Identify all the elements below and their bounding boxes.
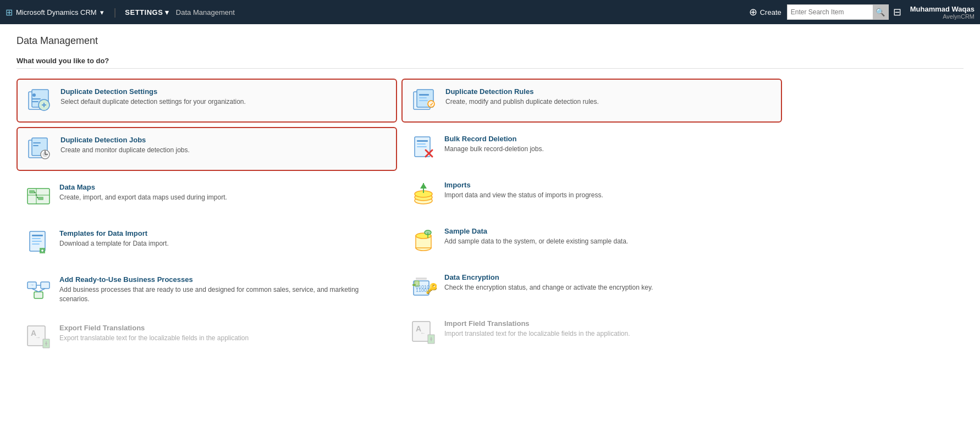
brand-logo[interactable]: ⊞ Microsoft Dynamics CRM ▾ <box>5 7 109 18</box>
item-desc-duplicate-detection-rules: Create, modify and publish duplicate det… <box>445 97 772 107</box>
item-desc-templates-data-import: Download a template for Data import. <box>59 239 388 248</box>
settings-label: SETTINGS <box>125 8 163 16</box>
menu-item-bulk-record-deletion[interactable]: Bulk Record Deletion Manage bulk record-… <box>401 127 782 169</box>
svg-rect-6 <box>32 98 41 99</box>
search-input[interactable] <box>788 8 873 16</box>
svg-rect-20 <box>38 197 43 200</box>
svg-text:→: → <box>30 282 34 287</box>
item-desc-sample-data: Add sample data to the system, or delete… <box>444 237 773 246</box>
svg-text:11001: 11001 <box>416 287 430 293</box>
search-button[interactable]: 🔍 <box>873 4 888 20</box>
item-title-data-encryption: Data Encryption <box>444 273 773 281</box>
menu-item-import-field-translations: A ← Import Field Translations Import tra… <box>401 312 782 353</box>
data_encryption-icon: 🔑 01010 11001 <box>410 273 437 300</box>
menu-item-duplicate-detection-jobs[interactable]: Duplicate Detection Jobs Create and moni… <box>16 127 397 171</box>
item-desc-import-field-translations: Import translated text for the localizab… <box>444 329 773 339</box>
svg-text:←: ← <box>420 330 426 336</box>
duplicate_rules-icon: ✓ <box>411 87 438 114</box>
svg-rect-19 <box>29 190 35 193</box>
top-navigation: ⊞ Microsoft Dynamics CRM ▾ | SETTINGS ▾ … <box>0 0 980 24</box>
item-title-bulk-record-deletion: Bulk Record Deletion <box>444 135 773 143</box>
svg-rect-47 <box>419 100 428 101</box>
item-title-duplicate-detection-settings: Duplicate Detection Settings <box>60 87 387 96</box>
svg-rect-67 <box>416 278 427 280</box>
menu-item-data-maps[interactable]: Data Maps Create, import, and export dat… <box>16 175 397 217</box>
menu-item-templates-data-import[interactable]: Templates for Data Import Download a tem… <box>16 221 397 263</box>
notifications-icon[interactable]: ⊟ <box>889 6 906 18</box>
dynamics-icon: ⊞ <box>5 7 13 18</box>
brand-name: Microsoft Dynamics CRM <box>16 8 97 16</box>
svg-rect-26 <box>32 243 40 245</box>
item-title-export-field-translations: Export Field Translations <box>59 324 388 332</box>
imports-icon <box>410 181 437 207</box>
sample_data-icon <box>410 227 437 253</box>
item-desc-duplicate-detection-jobs: Create and monitor duplicate detection j… <box>60 146 387 155</box>
item-title-import-field-translations: Import Field Translations <box>444 319 773 328</box>
settings-chevron: ▾ <box>165 8 169 16</box>
svg-text:→: → <box>35 334 41 340</box>
import_translations-icon: A ← <box>410 319 437 346</box>
svg-rect-53 <box>417 146 427 147</box>
svg-text:✓: ✓ <box>430 102 434 107</box>
svg-rect-15 <box>33 145 38 146</box>
items-grid: Duplicate Detection Settings Select defa… <box>16 76 786 360</box>
bulk_delete-icon <box>410 135 437 161</box>
user-name: Muhammad Waqas <box>910 5 975 13</box>
svg-rect-32 <box>34 292 43 298</box>
right-column: ✓ Duplicate Detection Rules Create, modi… <box>401 76 786 360</box>
svg-rect-51 <box>417 140 428 142</box>
duplicate_jobs-icon <box>26 136 53 162</box>
svg-rect-45 <box>419 94 429 96</box>
item-desc-bulk-record-deletion: Manage bulk record-deletion jobs. <box>444 145 773 154</box>
section-header: What would you like to do? <box>16 57 964 69</box>
page-content: Data Management What would you like to d… <box>0 24 980 371</box>
svg-rect-23 <box>32 235 43 236</box>
menu-item-export-field-translations: A → Export Field Translations Export tra… <box>16 316 397 358</box>
svg-rect-31 <box>41 282 49 289</box>
svg-rect-25 <box>32 241 42 242</box>
user-org: AvelynCRM <box>910 13 975 20</box>
breadcrumb: Data Management <box>174 8 235 16</box>
item-title-duplicate-detection-rules: Duplicate Detection Rules <box>445 87 772 96</box>
svg-point-5 <box>32 93 36 97</box>
user-menu[interactable]: Muhammad Waqas AvelynCRM <box>906 5 975 20</box>
brand-chevron: ▾ <box>100 8 104 16</box>
item-desc-export-field-translations: Export translatable text for the localiz… <box>59 334 388 343</box>
svg-rect-7 <box>32 101 38 102</box>
page-title: Data Management <box>16 35 964 47</box>
item-title-templates-data-import: Templates for Data Import <box>59 229 388 237</box>
nav-separator: | <box>114 7 117 18</box>
plus-icon: ⊕ <box>749 6 757 18</box>
export_translations-icon: A → <box>25 324 52 350</box>
menu-item-sample-data[interactable]: Sample Data Add sample data to the syste… <box>401 219 782 261</box>
svg-line-35 <box>38 289 45 292</box>
item-desc-add-business-processes: Add business processes that are ready to… <box>59 285 388 304</box>
menu-item-imports[interactable]: Imports Import data and view the status … <box>401 173 782 215</box>
create-label: Create <box>760 8 781 16</box>
menu-item-duplicate-detection-settings[interactable]: Duplicate Detection Settings Select defa… <box>16 79 397 123</box>
svg-rect-24 <box>32 238 41 239</box>
menu-item-data-encryption[interactable]: 🔑 01010 11001 Data Encryption Check the … <box>401 265 782 307</box>
svg-line-34 <box>32 289 38 292</box>
item-title-add-business-processes: Add Ready-to-Use Business Processes <box>59 275 388 284</box>
svg-rect-46 <box>419 97 427 98</box>
item-desc-data-encryption: Check the encryption status, and change … <box>444 283 773 292</box>
item-desc-duplicate-detection-settings: Select default duplicate detection setti… <box>60 97 387 107</box>
duplicate_settings-icon <box>26 87 53 114</box>
menu-item-add-business-processes[interactable]: → Add Ready-to-Use Business Processes Ad… <box>16 268 397 312</box>
item-desc-data-maps: Create, import, and export data maps use… <box>59 193 388 202</box>
menu-item-duplicate-detection-rules[interactable]: ✓ Duplicate Detection Rules Create, modi… <box>401 79 782 123</box>
svg-rect-52 <box>417 143 426 145</box>
data_maps-icon <box>25 183 52 209</box>
left-column: Duplicate Detection Settings Select defa… <box>16 76 401 360</box>
item-title-imports: Imports <box>444 181 773 189</box>
item-title-sample-data: Sample Data <box>444 227 773 235</box>
create-button[interactable]: ⊕ Create <box>744 6 787 18</box>
svg-rect-14 <box>33 142 41 143</box>
item-desc-imports: Import data and view the status of impor… <box>444 191 773 200</box>
search-box[interactable]: 🔍 <box>787 4 889 20</box>
business_processes-icon: → <box>25 275 52 302</box>
settings-menu[interactable]: SETTINGS ▾ <box>120 8 174 16</box>
templates-icon <box>25 229 52 256</box>
item-title-data-maps: Data Maps <box>59 183 388 191</box>
